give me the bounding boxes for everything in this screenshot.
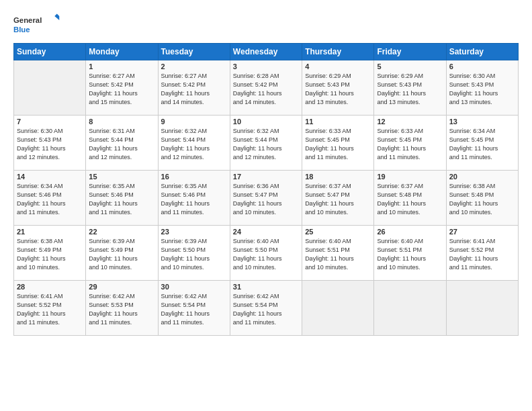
- calendar-day-cell: 29Sunrise: 6:42 AMSunset: 5:53 PMDayligh…: [86, 281, 158, 336]
- day-info: Sunrise: 6:40 AMSunset: 5:51 PMDaylight:…: [305, 237, 371, 272]
- day-info: Sunrise: 6:40 AMSunset: 5:51 PMDaylight:…: [377, 237, 443, 272]
- day-number: 30: [161, 283, 227, 291]
- calendar-day-cell: 24Sunrise: 6:40 AMSunset: 5:50 PMDayligh…: [230, 226, 302, 281]
- calendar-week-row: 21Sunrise: 6:38 AMSunset: 5:49 PMDayligh…: [14, 226, 519, 281]
- day-number: 28: [17, 283, 83, 291]
- day-info: Sunrise: 6:30 AMSunset: 5:43 PMDaylight:…: [17, 127, 83, 162]
- day-number: 3: [233, 62, 299, 71]
- day-info: Sunrise: 6:29 AMSunset: 5:43 PMDaylight:…: [305, 72, 371, 107]
- day-info: Sunrise: 6:42 AMSunset: 5:54 PMDaylight:…: [161, 292, 227, 327]
- calendar-day-cell: 25Sunrise: 6:40 AMSunset: 5:51 PMDayligh…: [302, 226, 374, 281]
- calendar-day-cell: [374, 281, 446, 336]
- day-info: Sunrise: 6:37 AMSunset: 5:47 PMDaylight:…: [305, 182, 371, 217]
- calendar-day-cell: 20Sunrise: 6:38 AMSunset: 5:48 PMDayligh…: [446, 171, 518, 226]
- day-info: Sunrise: 6:33 AMSunset: 5:45 PMDaylight:…: [305, 127, 371, 162]
- day-info: Sunrise: 6:34 AMSunset: 5:45 PMDaylight:…: [449, 127, 515, 162]
- calendar-day-cell: 10Sunrise: 6:32 AMSunset: 5:44 PMDayligh…: [230, 116, 302, 171]
- day-number: 24: [233, 228, 299, 236]
- calendar-header-row: SundayMondayTuesdayWednesdayThursdayFrid…: [14, 44, 519, 60]
- day-number: 17: [233, 173, 299, 181]
- day-info: Sunrise: 6:38 AMSunset: 5:49 PMDaylight:…: [17, 237, 83, 272]
- day-number: 5: [377, 62, 443, 71]
- day-number: 20: [449, 173, 515, 181]
- day-info: Sunrise: 6:33 AMSunset: 5:45 PMDaylight:…: [377, 127, 443, 162]
- calendar-day-cell: 19Sunrise: 6:37 AMSunset: 5:48 PMDayligh…: [374, 171, 446, 226]
- svg-marker-2: [54, 13, 59, 16]
- day-number: 1: [89, 62, 154, 71]
- day-number: 23: [161, 228, 227, 236]
- calendar-header-cell: Monday: [86, 44, 158, 60]
- day-info: Sunrise: 6:38 AMSunset: 5:48 PMDaylight:…: [449, 182, 515, 217]
- calendar-day-cell: [446, 281, 518, 336]
- day-number: 9: [161, 118, 227, 126]
- day-info: Sunrise: 6:42 AMSunset: 5:53 PMDaylight:…: [89, 292, 154, 327]
- day-info: Sunrise: 6:31 AMSunset: 5:44 PMDaylight:…: [89, 127, 154, 162]
- calendar-day-cell: 30Sunrise: 6:42 AMSunset: 5:54 PMDayligh…: [158, 281, 230, 336]
- calendar-day-cell: 2Sunrise: 6:27 AMSunset: 5:42 PMDaylight…: [158, 60, 230, 116]
- svg-text:Blue: Blue: [13, 26, 30, 34]
- header: General Blue: [13, 12, 519, 38]
- day-number: 8: [89, 118, 154, 126]
- day-number: 13: [449, 118, 515, 126]
- logo: General Blue: [13, 12, 60, 38]
- calendar-day-cell: 4Sunrise: 6:29 AMSunset: 5:43 PMDaylight…: [302, 60, 374, 116]
- calendar-header-cell: Saturday: [446, 44, 518, 60]
- calendar-table: SundayMondayTuesdayWednesdayThursdayFrid…: [13, 43, 519, 336]
- day-number: 26: [377, 228, 443, 236]
- calendar-body: 1Sunrise: 6:27 AMSunset: 5:42 PMDaylight…: [14, 60, 519, 336]
- day-number: 25: [305, 228, 371, 236]
- calendar-day-cell: 14Sunrise: 6:34 AMSunset: 5:46 PMDayligh…: [14, 171, 86, 226]
- calendar-day-cell: 3Sunrise: 6:28 AMSunset: 5:42 PMDaylight…: [230, 60, 302, 116]
- calendar-day-cell: 16Sunrise: 6:35 AMSunset: 5:46 PMDayligh…: [158, 171, 230, 226]
- calendar-header-cell: Friday: [374, 44, 446, 60]
- calendar-day-cell: [14, 60, 86, 116]
- day-info: Sunrise: 6:37 AMSunset: 5:48 PMDaylight:…: [377, 182, 443, 217]
- calendar-day-cell: 8Sunrise: 6:31 AMSunset: 5:44 PMDaylight…: [86, 116, 158, 171]
- page: General Blue SundayMondayTuesdayWednesda…: [0, 0, 532, 411]
- day-info: Sunrise: 6:28 AMSunset: 5:42 PMDaylight:…: [233, 72, 299, 107]
- calendar-day-cell: 31Sunrise: 6:42 AMSunset: 5:54 PMDayligh…: [230, 281, 302, 336]
- day-number: 16: [161, 173, 227, 181]
- calendar-week-row: 1Sunrise: 6:27 AMSunset: 5:42 PMDaylight…: [14, 60, 519, 116]
- calendar-day-cell: 5Sunrise: 6:29 AMSunset: 5:43 PMDaylight…: [374, 60, 446, 116]
- day-number: 31: [233, 283, 299, 291]
- day-number: 4: [305, 62, 371, 71]
- day-info: Sunrise: 6:27 AMSunset: 5:42 PMDaylight:…: [89, 72, 154, 107]
- logo-svg: General Blue: [13, 12, 60, 38]
- calendar-day-cell: 26Sunrise: 6:40 AMSunset: 5:51 PMDayligh…: [374, 226, 446, 281]
- calendar-day-cell: 9Sunrise: 6:32 AMSunset: 5:44 PMDaylight…: [158, 116, 230, 171]
- day-number: 14: [17, 173, 83, 181]
- calendar-week-row: 7Sunrise: 6:30 AMSunset: 5:43 PMDaylight…: [14, 116, 519, 171]
- day-info: Sunrise: 6:39 AMSunset: 5:49 PMDaylight:…: [89, 237, 154, 272]
- day-number: 2: [161, 62, 227, 71]
- day-number: 18: [305, 173, 371, 181]
- day-info: Sunrise: 6:36 AMSunset: 5:47 PMDaylight:…: [233, 182, 299, 217]
- day-number: 22: [89, 228, 154, 236]
- day-number: 10: [233, 118, 299, 126]
- day-info: Sunrise: 6:29 AMSunset: 5:43 PMDaylight:…: [377, 72, 443, 107]
- day-info: Sunrise: 6:30 AMSunset: 5:43 PMDaylight:…: [449, 72, 515, 107]
- calendar-day-cell: 17Sunrise: 6:36 AMSunset: 5:47 PMDayligh…: [230, 171, 302, 226]
- calendar-day-cell: 18Sunrise: 6:37 AMSunset: 5:47 PMDayligh…: [302, 171, 374, 226]
- calendar-day-cell: 11Sunrise: 6:33 AMSunset: 5:45 PMDayligh…: [302, 116, 374, 171]
- svg-text:General: General: [13, 16, 42, 24]
- calendar-header-cell: Sunday: [14, 44, 86, 60]
- day-number: 12: [377, 118, 443, 126]
- day-info: Sunrise: 6:34 AMSunset: 5:46 PMDaylight:…: [17, 182, 83, 217]
- day-info: Sunrise: 6:35 AMSunset: 5:46 PMDaylight:…: [161, 182, 227, 217]
- calendar-week-row: 28Sunrise: 6:41 AMSunset: 5:52 PMDayligh…: [14, 281, 519, 336]
- day-number: 6: [449, 62, 515, 71]
- day-number: 27: [449, 228, 515, 236]
- calendar-day-cell: 7Sunrise: 6:30 AMSunset: 5:43 PMDaylight…: [14, 116, 86, 171]
- day-number: 19: [377, 173, 443, 181]
- calendar-day-cell: 21Sunrise: 6:38 AMSunset: 5:49 PMDayligh…: [14, 226, 86, 281]
- calendar-header-cell: Thursday: [302, 44, 374, 60]
- calendar-day-cell: 13Sunrise: 6:34 AMSunset: 5:45 PMDayligh…: [446, 116, 518, 171]
- calendar-header-cell: Tuesday: [158, 44, 230, 60]
- calendar-day-cell: 6Sunrise: 6:30 AMSunset: 5:43 PMDaylight…: [446, 60, 518, 116]
- day-info: Sunrise: 6:41 AMSunset: 5:52 PMDaylight:…: [17, 292, 83, 327]
- calendar-day-cell: 27Sunrise: 6:41 AMSunset: 5:52 PMDayligh…: [446, 226, 518, 281]
- day-number: 15: [89, 173, 154, 181]
- day-number: 21: [17, 228, 83, 236]
- calendar-week-row: 14Sunrise: 6:34 AMSunset: 5:46 PMDayligh…: [14, 171, 519, 226]
